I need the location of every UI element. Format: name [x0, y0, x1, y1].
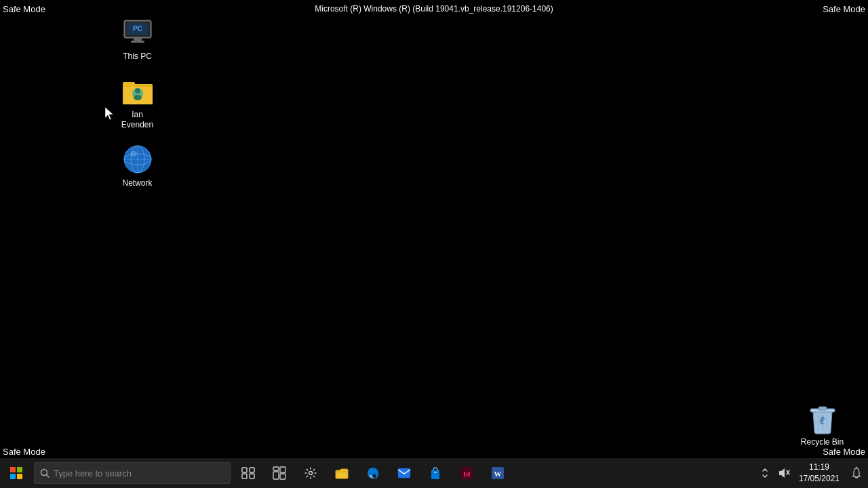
network-icon[interactable]: Network	[112, 140, 163, 192]
clock-display[interactable]: 11:19 17/05/2021	[793, 458, 845, 488]
svg-rect-36	[273, 472, 279, 479]
svg-point-11	[135, 88, 140, 94]
svg-text:Id: Id	[463, 470, 470, 478]
this-pc-icon-image: PC	[121, 16, 154, 49]
edge-button[interactable]	[358, 458, 388, 488]
mail-button[interactable]	[389, 458, 419, 488]
svg-rect-35	[280, 467, 285, 472]
svg-rect-20	[818, 407, 827, 410]
system-tray-overflow-button[interactable]	[755, 458, 774, 488]
svg-rect-32	[242, 474, 247, 479]
safe-mode-bottom-left: Safe Mode	[0, 447, 48, 457]
svg-rect-2	[134, 38, 142, 41]
volume-icon[interactable]	[774, 458, 793, 488]
svg-point-38	[309, 472, 313, 475]
svg-rect-8	[123, 82, 135, 86]
desktop-icons: PC This PC	[112, 14, 163, 191]
ian-evenden-icon[interactable]: Ian Evenden	[112, 72, 163, 134]
clock-date: 17/05/2021	[799, 473, 840, 485]
widgets-button[interactable]	[264, 458, 294, 488]
store-button[interactable]	[420, 458, 450, 488]
svg-rect-37	[280, 474, 285, 479]
search-bar[interactable]	[34, 462, 231, 484]
search-icon	[40, 468, 50, 478]
svg-rect-25	[17, 467, 22, 472]
safe-mode-bottom-right: Safe Mode	[820, 447, 868, 457]
task-view-button[interactable]	[233, 458, 263, 488]
safe-mode-top-right: Safe Mode	[820, 4, 868, 14]
settings-button[interactable]	[296, 458, 326, 488]
safe-mode-top-left: Safe Mode	[0, 4, 48, 14]
start-button[interactable]	[0, 458, 33, 488]
svg-rect-33	[250, 474, 254, 479]
svg-rect-27	[17, 474, 22, 479]
recycle-bin-icon[interactable]: Recycle Bin	[797, 399, 848, 451]
taskbar-right: 11:19 17/05/2021	[755, 458, 868, 488]
svg-rect-24	[10, 467, 16, 472]
svg-line-29	[47, 475, 50, 478]
this-pc-icon[interactable]: PC This PC	[112, 14, 163, 65]
svg-rect-40	[398, 468, 410, 478]
svg-rect-34	[273, 467, 279, 470]
svg-rect-41	[434, 472, 437, 473]
svg-rect-30	[242, 468, 247, 472]
svg-rect-31	[250, 468, 254, 472]
indesign-button[interactable]: Id	[452, 458, 481, 488]
network-label: Network	[122, 178, 152, 189]
taskbar: Id W 11:19	[0, 458, 868, 488]
clock-time: 11:19	[809, 462, 829, 473]
search-input[interactable]	[54, 468, 224, 479]
svg-point-12	[134, 95, 142, 100]
ian-evenden-icon-image	[121, 75, 154, 107]
this-pc-label: This PC	[123, 52, 152, 62]
ian-evenden-label: Ian Evenden	[115, 110, 160, 131]
recycle-bin-icon-image	[806, 402, 839, 434]
svg-text:PC: PC	[133, 25, 142, 33]
taskbar-center-buttons: Id W	[233, 458, 513, 488]
svg-rect-3	[131, 41, 144, 43]
word-button[interactable]: W	[483, 458, 513, 488]
build-info: Microsoft (R) Windows (R) (Build 19041.v…	[315, 4, 553, 14]
svg-text:W: W	[494, 470, 502, 478]
network-icon-image	[121, 143, 154, 176]
file-explorer-button[interactable]	[327, 458, 357, 488]
notification-center-button[interactable]	[845, 458, 868, 488]
svg-rect-26	[10, 474, 16, 479]
